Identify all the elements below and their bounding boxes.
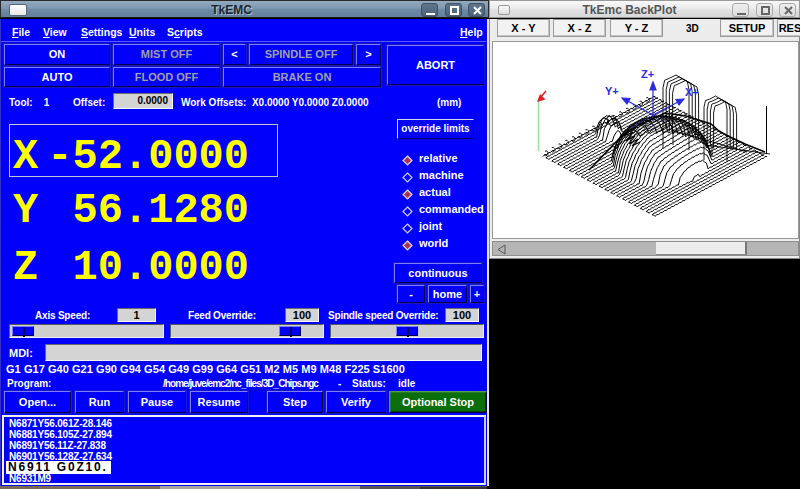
svg-text:Y+: Y+ [605,85,619,97]
svg-text:Z+: Z+ [641,68,654,80]
svg-text:X+: X+ [685,86,699,98]
